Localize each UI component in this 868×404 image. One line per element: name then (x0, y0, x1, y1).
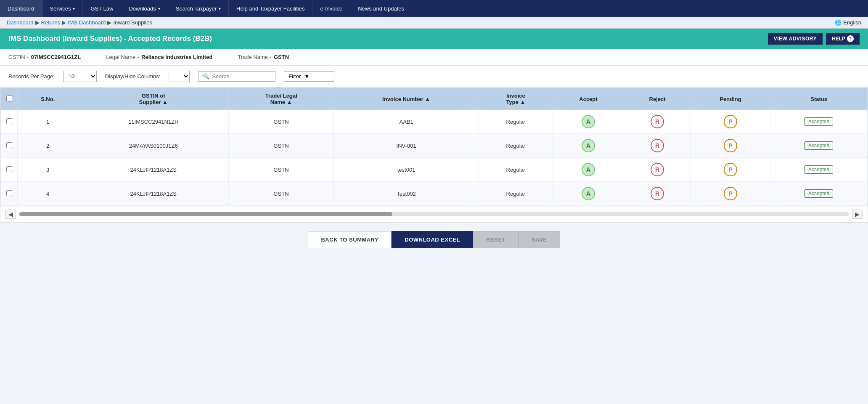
row-invoice-no: Test002 (334, 182, 479, 206)
display-hide-columns-select[interactable] (169, 71, 190, 82)
row-gstin: 24KLJIP1218A1ZS (78, 182, 229, 206)
info-row: GSTIN - 07IMSCC2941G1ZL Legal Name - Rel… (0, 49, 868, 66)
row-checkbox[interactable] (6, 166, 12, 172)
pending-badge[interactable]: P (724, 139, 737, 152)
row-reject-cell[interactable]: R (624, 182, 691, 206)
filter-box[interactable]: Filter ▼ (284, 71, 334, 82)
nav-einvoice[interactable]: e-Invoice (312, 0, 350, 17)
row-sno: 4 (18, 182, 78, 206)
row-checkbox[interactable] (6, 190, 12, 196)
language-selector[interactable]: 🌐 English (835, 19, 861, 26)
row-status: Accepted (770, 134, 868, 158)
trade-name-info: Trade Name - GSTN (238, 54, 289, 60)
services-arrow-icon: ▾ (73, 6, 75, 11)
col-invoice-no[interactable]: Invoice Number ▲ (334, 88, 479, 110)
nav-gst-law[interactable]: GST Law (83, 0, 121, 17)
pending-badge[interactable]: P (724, 187, 737, 200)
nav-search-taxpayer[interactable]: Search Taxpayer ▾ (168, 0, 229, 17)
row-status: Accepted (770, 182, 868, 206)
row-checkbox[interactable] (6, 118, 12, 124)
row-trade: GSTN (229, 110, 334, 134)
row-invoice-type: Regular (479, 182, 553, 206)
scroll-left-arrow[interactable]: ◀ (5, 210, 16, 219)
save-button[interactable]: SAVE (519, 231, 560, 248)
row-checkbox[interactable] (6, 142, 12, 148)
globe-icon: 🌐 (835, 19, 842, 26)
nav-downloads[interactable]: Downloads ▾ (121, 0, 168, 17)
reset-button[interactable]: RESET (473, 231, 519, 248)
nav-news[interactable]: News and Updates (350, 0, 412, 17)
header-buttons: VIEW ADVISORY HELP ? (768, 33, 860, 45)
row-pending-cell[interactable]: P (691, 134, 770, 158)
row-checkbox-cell[interactable] (1, 134, 18, 158)
view-advisory-button[interactable]: VIEW ADVISORY (768, 33, 823, 45)
search-input[interactable] (212, 73, 271, 80)
row-trade: GSTN (229, 182, 334, 206)
reject-badge[interactable]: R (651, 115, 664, 128)
status-badge: Accepted (804, 117, 833, 126)
col-gstin[interactable]: GSTIN ofSupplier ▲ (78, 88, 229, 110)
filter-label: Filter (288, 73, 301, 80)
nav-services[interactable]: Services ▾ (42, 0, 83, 17)
reject-badge[interactable]: R (651, 139, 664, 152)
status-badge: Accepted (804, 141, 833, 150)
select-all-checkbox[interactable] (6, 96, 12, 101)
gstin-info: GSTIN - 07IMSCC2941G1ZL (8, 54, 81, 60)
row-accept-cell[interactable]: A (553, 182, 624, 206)
legal-name-info: Legal Name - Reliance Industries Limited (106, 54, 212, 60)
help-button[interactable]: HELP ? (826, 33, 860, 45)
display-hide-label: Display/Hide Columns: (105, 73, 161, 80)
row-checkbox-cell[interactable] (1, 158, 18, 182)
pending-badge[interactable]: P (724, 115, 737, 128)
accept-badge[interactable]: A (582, 187, 595, 200)
col-pending: Pending (691, 88, 770, 110)
row-accept-cell[interactable]: A (553, 158, 624, 182)
row-pending-cell[interactable]: P (691, 158, 770, 182)
breadcrumb-returns[interactable]: Returns (41, 19, 61, 26)
records-per-page-select[interactable]: 10 25 50 100 (63, 71, 97, 82)
row-sno: 3 (18, 158, 78, 182)
row-accept-cell[interactable]: A (553, 134, 624, 158)
row-invoice-type: Regular (479, 158, 553, 182)
col-invoice-type[interactable]: InvoiceType ▲ (479, 88, 553, 110)
downloads-arrow-icon: ▾ (158, 6, 160, 11)
row-checkbox-cell[interactable] (1, 110, 18, 134)
row-checkbox-cell[interactable] (1, 182, 18, 206)
row-reject-cell[interactable]: R (624, 158, 691, 182)
breadcrumb-sep-3: ▶ (107, 19, 111, 26)
breadcrumb-current: Inward Supplies (113, 19, 152, 26)
accept-badge[interactable]: A (582, 163, 595, 176)
row-reject-cell[interactable]: R (624, 134, 691, 158)
breadcrumb-dashboard[interactable]: Dashboard (7, 19, 34, 26)
records-per-page-label: Records Per Page: (8, 73, 55, 80)
row-pending-cell[interactable]: P (691, 110, 770, 134)
breadcrumb-sep-2: ▶ (62, 19, 66, 26)
row-invoice-no: test001 (334, 158, 479, 182)
back-to-summary-button[interactable]: BACK TO SUMMARY (308, 231, 392, 248)
nav-help[interactable]: Help and Taxpayer Facilities (229, 0, 312, 17)
pending-badge[interactable]: P (724, 163, 737, 176)
breadcrumb-ims[interactable]: IMS Dashboard (68, 19, 106, 26)
row-reject-cell[interactable]: R (624, 110, 691, 134)
accept-badge[interactable]: A (582, 115, 595, 128)
scroll-track[interactable] (19, 212, 849, 216)
col-reject: Reject (624, 88, 691, 110)
row-status: Accepted (770, 110, 868, 134)
row-gstin: 24MAYAS0100J1Z6 (78, 134, 229, 158)
nav-dashboard[interactable]: Dashboard (0, 0, 42, 17)
reject-badge[interactable]: R (651, 187, 664, 200)
accept-badge[interactable]: A (582, 139, 595, 152)
row-pending-cell[interactable]: P (691, 182, 770, 206)
reject-badge[interactable]: R (651, 163, 664, 176)
header-panel: IMS Dashboard (Inward Supplies) - Accept… (0, 29, 868, 49)
help-icon: ? (847, 35, 854, 42)
select-all-header[interactable] (1, 88, 18, 110)
scroll-right-arrow[interactable]: ▶ (852, 210, 863, 219)
col-trade[interactable]: Trade/ LegalName ▲ (229, 88, 334, 110)
table-row: 4 24KLJIP1218A1ZS GSTN Test002 Regular A… (1, 182, 868, 206)
navbar: Dashboard Services ▾ GST Law Downloads ▾… (0, 0, 868, 17)
breadcrumb-bar: Dashboard ▶ Returns ▶ IMS Dashboard ▶ In… (0, 17, 868, 29)
download-excel-button[interactable]: DOWNLOAD EXCEL (392, 231, 473, 248)
search-box: 🔍 (198, 71, 275, 82)
row-accept-cell[interactable]: A (553, 110, 624, 134)
